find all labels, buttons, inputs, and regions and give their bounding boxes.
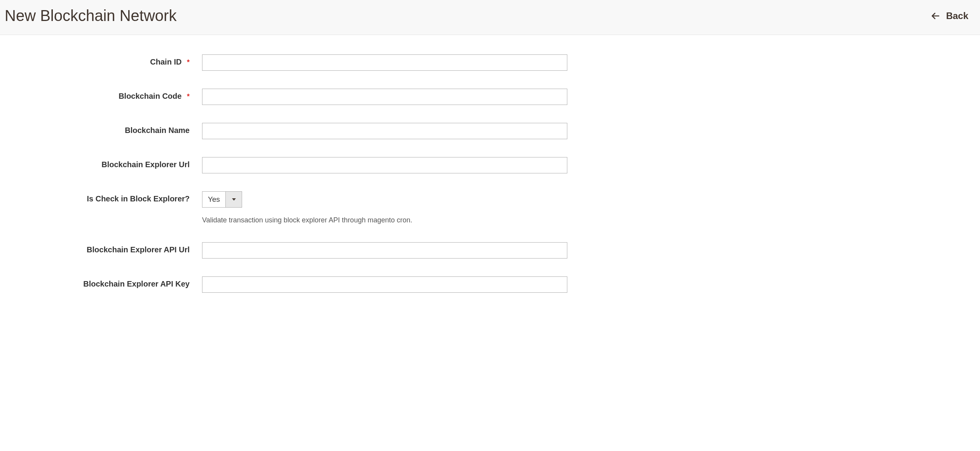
blockchain-explorer-api-url-label-text: Blockchain Explorer API Url <box>87 245 190 254</box>
field-input-wrapper <box>202 157 567 173</box>
is-check-block-explorer-label-text: Is Check in Block Explorer? <box>87 194 190 203</box>
is-check-block-explorer-select[interactable]: Yes <box>202 191 242 208</box>
blockchain-code-input[interactable] <box>202 89 567 105</box>
blockchain-explorer-api-key-input[interactable] <box>202 276 567 293</box>
field-row-blockchain-explorer-api-key: Blockchain Explorer API Key <box>8 276 972 293</box>
field-row-blockchain-explorer-api-url: Blockchain Explorer API Url <box>8 242 972 259</box>
field-label: Is Check in Block Explorer? <box>8 191 202 203</box>
field-input-wrapper <box>202 54 567 71</box>
field-row-chain-id: Chain ID * <box>8 54 972 71</box>
chain-id-input[interactable] <box>202 54 567 71</box>
field-label: Chain ID * <box>8 54 202 66</box>
required-star-icon: * <box>187 93 190 100</box>
blockchain-name-input[interactable] <box>202 123 567 139</box>
field-row-blockchain-code: Blockchain Code * <box>8 89 972 105</box>
chevron-down-icon <box>225 192 242 207</box>
blockchain-name-label-text: Blockchain Name <box>125 126 190 135</box>
field-row-blockchain-explorer-url: Blockchain Explorer Url <box>8 157 972 173</box>
blockchain-explorer-url-input[interactable] <box>202 157 567 173</box>
back-button-label: Back <box>946 10 968 21</box>
field-label: Blockchain Explorer Url <box>8 157 202 169</box>
arrow-left-icon <box>931 11 940 21</box>
field-label: Blockchain Explorer API Key <box>8 276 202 288</box>
field-input-wrapper <box>202 89 567 105</box>
page-title: New Blockchain Network <box>5 7 176 24</box>
field-label: Blockchain Explorer API Url <box>8 242 202 254</box>
back-button[interactable]: Back <box>931 10 972 21</box>
blockchain-code-label-text: Blockchain Code <box>119 92 181 100</box>
blockchain-explorer-api-key-label-text: Blockchain Explorer API Key <box>83 280 190 288</box>
required-star-icon: * <box>187 58 190 66</box>
form-container: Chain ID * Blockchain Code * Blockchain … <box>0 35 980 326</box>
field-note: Validate transaction using block explore… <box>202 216 567 224</box>
blockchain-explorer-url-label-text: Blockchain Explorer Url <box>101 160 190 169</box>
page-header: New Blockchain Network Back <box>0 0 980 35</box>
chain-id-label-text: Chain ID <box>150 58 181 66</box>
field-row-blockchain-name: Blockchain Name <box>8 123 972 139</box>
field-label: Blockchain Name <box>8 123 202 135</box>
select-value: Yes <box>202 192 225 207</box>
field-label: Blockchain Code * <box>8 89 202 101</box>
field-input-wrapper: Yes Validate transaction using block exp… <box>202 191 567 224</box>
field-input-wrapper <box>202 242 567 259</box>
blockchain-explorer-api-url-input[interactable] <box>202 242 567 259</box>
svg-marker-1 <box>232 198 236 201</box>
field-input-wrapper <box>202 276 567 293</box>
field-row-is-check-block-explorer: Is Check in Block Explorer? Yes Validate… <box>8 191 972 224</box>
field-input-wrapper <box>202 123 567 139</box>
